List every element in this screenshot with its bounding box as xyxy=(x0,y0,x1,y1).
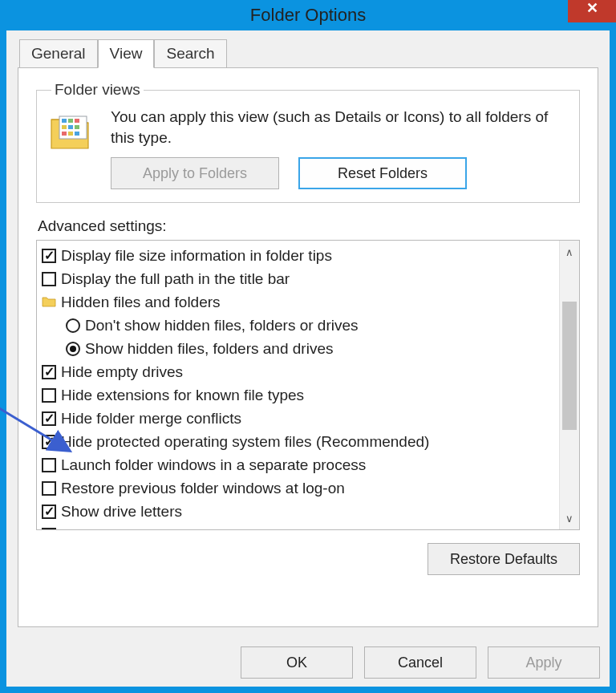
advanced-item-label: Display file size information in folder … xyxy=(61,247,332,265)
advanced-item-label: Hide extensions for known file types xyxy=(61,387,304,404)
advanced-item-label: Don't show hidden files, folders or driv… xyxy=(85,317,359,334)
scroll-track[interactable] xyxy=(560,263,579,507)
advanced-item-label: Hidden files and folders xyxy=(61,294,221,311)
apply-to-folders-label: Apply to Folders xyxy=(143,165,247,181)
svg-rect-3 xyxy=(75,119,79,123)
scrollbar[interactable]: ∧ ∨ xyxy=(559,241,579,529)
advanced-item-label: Show drive letters xyxy=(61,503,182,521)
tab-general-label: General xyxy=(31,45,86,62)
checkbox-icon[interactable] xyxy=(42,481,56,496)
folder-views-group: Folder views xyxy=(36,81,580,203)
advanced-item[interactable]: Display the full path in the title bar xyxy=(42,267,557,290)
tab-view[interactable]: View xyxy=(98,39,155,68)
advanced-item[interactable]: Hide protected operating system files (R… xyxy=(42,430,557,453)
advanced-item[interactable]: Display file size information in folder … xyxy=(42,244,557,267)
checkbox-icon[interactable] xyxy=(42,388,56,403)
apply-label: Apply xyxy=(525,654,561,671)
cancel-button[interactable]: Cancel xyxy=(364,646,476,679)
cancel-label: Cancel xyxy=(398,654,443,671)
tab-search[interactable]: Search xyxy=(154,39,226,68)
advanced-item[interactable]: Show encrypted or compressed NTFS files … xyxy=(42,523,557,529)
checkbox-icon[interactable] xyxy=(42,435,56,449)
svg-rect-7 xyxy=(62,132,67,136)
folder-options-window: Folder Options ✕ General View Search Fol… xyxy=(0,0,616,693)
advanced-item[interactable]: Hide empty drives xyxy=(42,360,557,383)
advanced-item-label: Show encrypted or compressed NTFS files … xyxy=(61,526,412,530)
folder-icon xyxy=(42,294,56,311)
radio-icon[interactable] xyxy=(66,342,80,356)
advanced-item-label: Show hidden files, folders and drives xyxy=(85,340,333,358)
ok-label: OK xyxy=(286,654,307,671)
advanced-item-label: Restore previous folder windows at log-o… xyxy=(61,480,345,497)
checkbox-icon[interactable] xyxy=(42,528,56,530)
titlebar: Folder Options ✕ xyxy=(0,0,616,30)
advanced-item-label: Hide folder merge conflicts xyxy=(61,410,241,428)
tab-view-label: View xyxy=(110,45,143,62)
close-button[interactable]: ✕ xyxy=(568,0,616,22)
checkbox-icon[interactable] xyxy=(42,365,56,379)
scroll-up-icon[interactable]: ∧ xyxy=(560,241,579,263)
radio-icon[interactable] xyxy=(66,318,80,333)
checkbox-icon[interactable] xyxy=(42,458,56,472)
close-icon: ✕ xyxy=(586,0,598,17)
window-title: Folder Options xyxy=(250,5,366,26)
client-area: General View Search Folder views xyxy=(6,30,610,635)
svg-rect-9 xyxy=(75,132,79,136)
advanced-item[interactable]: Don't show hidden files, folders or driv… xyxy=(42,314,557,337)
scroll-thumb[interactable] xyxy=(562,302,577,430)
apply-button[interactable]: Apply xyxy=(488,646,600,679)
advanced-item-label: Hide empty drives xyxy=(61,363,183,381)
advanced-item-label: Display the full path in the title bar xyxy=(61,270,290,288)
checkbox-icon[interactable] xyxy=(42,411,56,426)
advanced-item-label: Launch folder windows in a separate proc… xyxy=(61,456,366,474)
restore-defaults-button[interactable]: Restore Defaults xyxy=(428,543,580,575)
advanced-item[interactable]: Launch folder windows in a separate proc… xyxy=(42,453,557,476)
checkbox-icon[interactable] xyxy=(42,249,56,263)
checkbox-icon[interactable] xyxy=(42,505,56,519)
advanced-item[interactable]: Restore previous folder windows at log-o… xyxy=(42,476,557,500)
svg-rect-1 xyxy=(62,119,67,123)
svg-rect-6 xyxy=(75,125,79,129)
ok-button[interactable]: OK xyxy=(241,646,353,679)
dialog-button-row: OK Cancel Apply xyxy=(6,635,610,687)
apply-to-folders-button[interactable]: Apply to Folders xyxy=(111,157,279,189)
advanced-item[interactable]: Hide extensions for known file types xyxy=(42,383,557,407)
folder-views-icon xyxy=(48,108,96,153)
tab-search-label: Search xyxy=(166,45,214,62)
svg-rect-2 xyxy=(68,119,73,123)
advanced-settings-content: Display file size information in folder … xyxy=(37,241,559,529)
advanced-item[interactable]: Show drive letters xyxy=(42,500,557,523)
advanced-settings-list: Display file size information in folder … xyxy=(36,240,580,530)
folder-views-text: You can apply this view (such as Details… xyxy=(111,107,568,148)
advanced-item[interactable]: Hide folder merge conflicts xyxy=(42,407,557,430)
scroll-down-icon[interactable]: ∨ xyxy=(560,507,579,529)
advanced-item-label: Hide protected operating system files (R… xyxy=(61,433,429,451)
checkbox-icon[interactable] xyxy=(42,272,56,286)
svg-rect-8 xyxy=(68,132,73,136)
tab-panel-view: Folder views xyxy=(18,67,598,627)
tab-general[interactable]: General xyxy=(19,39,98,68)
advanced-item: Hidden files and folders xyxy=(42,290,557,314)
folder-views-legend: Folder views xyxy=(51,81,144,99)
restore-defaults-label: Restore Defaults xyxy=(450,551,557,567)
reset-folders-button[interactable]: Reset Folders xyxy=(298,157,467,189)
svg-rect-5 xyxy=(68,125,73,129)
tabstrip: General View Search xyxy=(19,38,598,67)
reset-folders-label: Reset Folders xyxy=(338,165,428,181)
svg-rect-4 xyxy=(62,125,67,129)
advanced-item[interactable]: Show hidden files, folders and drives xyxy=(42,337,557,360)
advanced-settings-label: Advanced settings: xyxy=(38,217,580,235)
